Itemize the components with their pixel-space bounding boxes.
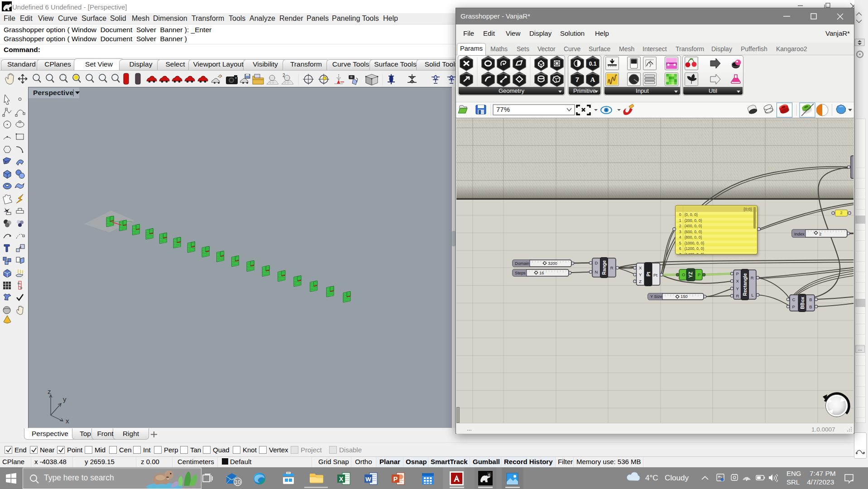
svg-text:BBox: BBox xyxy=(800,297,805,309)
svg-text:Y Size: Y Size xyxy=(650,294,662,299)
svg-text:Z: Z xyxy=(639,279,642,284)
svg-text:X: X xyxy=(639,265,642,270)
svg-text:Index: Index xyxy=(794,232,805,236)
svg-text:16: 16 xyxy=(539,271,544,275)
svg-text:7: 7 xyxy=(575,76,579,83)
svg-text:X: X xyxy=(339,475,344,483)
svg-text:N: N xyxy=(595,269,598,274)
svg-text:y: y xyxy=(63,395,67,403)
svg-text:Y: Y xyxy=(639,272,642,277)
svg-text:R: R xyxy=(751,275,754,280)
svg-text:150: 150 xyxy=(681,294,688,299)
svg-text:z: z xyxy=(48,388,51,395)
svg-text:W: W xyxy=(365,476,371,483)
svg-text:10: 10 xyxy=(235,479,241,485)
svg-text:6: 6 xyxy=(488,473,490,477)
svg-text:2: 2 xyxy=(283,73,285,78)
svg-text:L: L xyxy=(751,292,753,297)
svg-text:Rectangle: Rectangle xyxy=(742,273,748,296)
svg-text:P: P xyxy=(736,271,739,276)
svg-text:3200: 3200 xyxy=(548,261,557,266)
svg-text:77%: 77% xyxy=(496,105,510,113)
svg-text:D: D xyxy=(595,260,598,265)
svg-text:C: C xyxy=(792,297,796,302)
svg-text:A: A xyxy=(590,76,595,83)
svg-text:R: R xyxy=(610,265,614,270)
svg-text:Domain: Domain xyxy=(515,261,529,266)
svg-text:6: 6 xyxy=(10,3,12,7)
svg-text:2: 2 xyxy=(819,232,821,236)
svg-text:Range: Range xyxy=(601,260,607,275)
svg-text:B: B xyxy=(809,304,812,309)
svg-text:YZ: YZ xyxy=(688,271,694,278)
svg-text:0.1: 0.1 xyxy=(589,61,597,67)
svg-text:P: P xyxy=(792,304,795,309)
svg-text:Steps: Steps xyxy=(515,271,526,275)
svg-text:x: x xyxy=(66,417,69,425)
svg-text:Pt: Pt xyxy=(646,272,651,277)
svg-text:O: O xyxy=(682,272,685,277)
svg-text:R: R xyxy=(736,293,739,298)
svg-text:P: P xyxy=(393,475,398,483)
svg-text:B: B xyxy=(809,297,812,302)
svg-text:Pt: Pt xyxy=(653,273,657,278)
svg-text:P: P xyxy=(698,272,700,277)
svg-text:Y: Y xyxy=(736,286,739,291)
svg-text:X: X xyxy=(736,278,739,283)
